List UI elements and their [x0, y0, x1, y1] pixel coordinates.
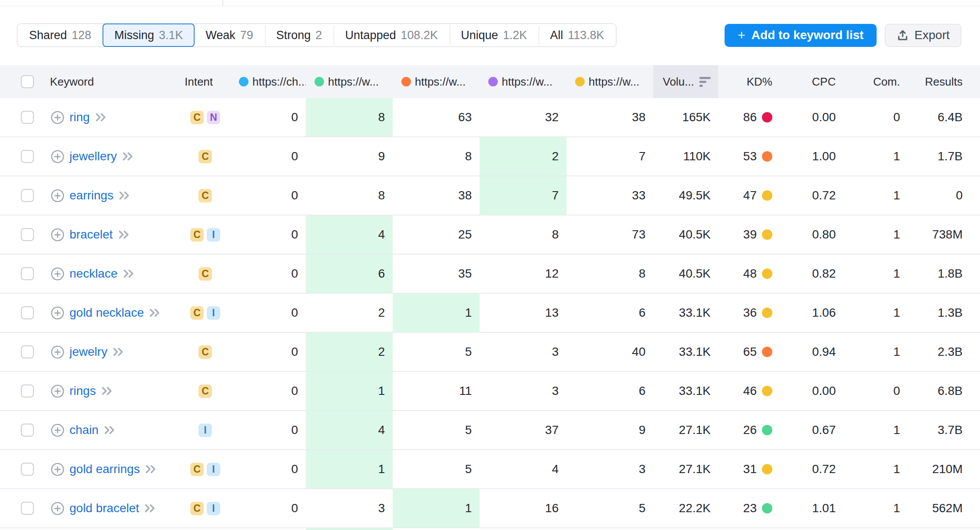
add-keyword-icon[interactable]	[51, 150, 64, 163]
intent-badge-c: C	[199, 189, 212, 202]
row-checkbox[interactable]	[21, 267, 34, 280]
cpc-value: 1.00	[782, 149, 843, 163]
column-header-cpc[interactable]: CPC	[782, 75, 843, 89]
double-chevron-icon[interactable]	[145, 464, 157, 474]
competitor-positions-5: 3	[566, 450, 653, 488]
add-keyword-icon[interactable]	[51, 345, 64, 359]
add-keyword-icon[interactable]	[51, 267, 64, 281]
keyword-link[interactable]: earrings	[70, 189, 113, 202]
select-all-checkbox[interactable]	[21, 75, 34, 88]
add-to-keyword-list-button[interactable]: + Add to keyword list	[725, 24, 877, 47]
tab-all[interactable]: All113.8K	[539, 24, 616, 46]
partial-cell	[0, 528, 43, 530]
row-checkbox-cell	[0, 345, 43, 358]
column-header-com[interactable]: Com.	[843, 75, 904, 89]
keyword-link[interactable]: bracelet	[70, 228, 113, 242]
row-checkbox[interactable]	[21, 424, 34, 437]
double-chevron-icon[interactable]	[122, 152, 134, 161]
column-header-kd[interactable]: KD%	[718, 75, 782, 89]
keyword-link[interactable]: gold earrings	[70, 462, 140, 476]
column-header-results[interactable]: Results	[904, 75, 980, 89]
volume-header-label: Volu...	[663, 75, 694, 89]
double-chevron-icon[interactable]	[123, 269, 135, 278]
column-header-competitor-1[interactable]: https://ch...	[230, 75, 306, 89]
add-keyword-icon[interactable]	[51, 502, 64, 515]
kd-difficulty-dot	[762, 268, 772, 279]
keyword-link[interactable]: jewelry	[70, 345, 107, 359]
add-keyword-icon[interactable]	[51, 306, 64, 320]
intent-cell: CI	[180, 228, 230, 242]
kd-difficulty-dot	[762, 308, 772, 318]
com-value: 1	[843, 345, 904, 359]
tab-missing[interactable]: Missing3.1K	[103, 23, 195, 47]
keyword-link[interactable]: rings	[70, 384, 96, 398]
row-checkbox[interactable]	[21, 502, 34, 515]
competitor-positions-2: 4	[306, 411, 393, 449]
com-value: 1	[843, 267, 904, 281]
add-keyword-icon[interactable]	[51, 384, 64, 398]
tab-untapped[interactable]: Untapped108.2K	[334, 24, 450, 46]
double-chevron-icon[interactable]	[113, 347, 124, 357]
keyword-cell: jewellery	[43, 149, 180, 163]
keyword-link[interactable]: ring	[70, 110, 90, 124]
kd-value: 53	[743, 149, 757, 163]
tab-strong[interactable]: Strong2	[265, 24, 334, 46]
column-header-competitor-4[interactable]: https://w...	[480, 75, 566, 89]
volume-value: 40.5K	[653, 267, 718, 281]
row-checkbox[interactable]	[21, 150, 34, 163]
top-divider	[0, 6, 980, 6]
tab-weak[interactable]: Weak79	[194, 24, 265, 46]
kd-value: 39	[743, 228, 757, 242]
competitor-positions-4: 16	[480, 489, 566, 527]
intent-badge-c: C	[199, 384, 212, 398]
results-value: 1.7B	[904, 149, 980, 163]
kd-difficulty-dot	[762, 347, 772, 357]
keyword-link[interactable]: gold bracelet	[70, 501, 139, 515]
kd-value: 65	[743, 345, 757, 359]
com-value: 1	[843, 228, 904, 242]
row-checkbox-cell	[0, 111, 43, 124]
competitor-color-dot	[488, 77, 498, 86]
volume-value: 33.1K	[653, 306, 718, 320]
double-chevron-icon[interactable]	[149, 308, 161, 318]
add-keyword-icon[interactable]	[51, 463, 64, 476]
row-checkbox[interactable]	[21, 111, 34, 124]
keyword-link[interactable]: necklace	[70, 267, 118, 281]
double-chevron-icon[interactable]	[95, 113, 107, 122]
row-checkbox[interactable]	[21, 189, 34, 202]
double-chevron-icon[interactable]	[144, 504, 156, 513]
column-header-competitor-2[interactable]: https://w...	[306, 75, 393, 89]
competitor-positions-3: 1	[393, 489, 480, 527]
double-chevron-icon[interactable]	[119, 191, 130, 200]
keyword-cell: gold earrings	[43, 462, 180, 476]
tab-label: Weak	[205, 29, 235, 42]
kd-cell: 46	[718, 384, 782, 398]
add-keyword-icon[interactable]	[51, 424, 64, 437]
add-keyword-icon[interactable]	[51, 111, 64, 124]
add-keyword-icon[interactable]	[51, 228, 64, 242]
competitor-positions-5: 9	[566, 411, 653, 449]
tab-unique[interactable]: Unique1.2K	[450, 24, 539, 46]
double-chevron-icon[interactable]	[118, 230, 130, 239]
export-button[interactable]: Export	[885, 24, 961, 47]
row-checkbox[interactable]	[21, 345, 34, 358]
tab-shared[interactable]: Shared128	[17, 24, 103, 46]
toolbar: Shared128Missing3.1KWeak79Strong2Untappe…	[0, 23, 980, 47]
competitor-url-label: https://w...	[328, 75, 379, 89]
keyword-link[interactable]: jewellery	[70, 149, 117, 163]
column-header-competitor-5[interactable]: https://w...	[566, 75, 653, 89]
column-header-volume[interactable]: Volu...	[653, 65, 718, 98]
competitor-positions-4: 3	[480, 372, 566, 410]
keyword-link[interactable]: chain	[70, 423, 99, 437]
row-checkbox[interactable]	[21, 228, 34, 241]
column-header-competitor-3[interactable]: https://w...	[393, 75, 480, 89]
keyword-link[interactable]: gold necklace	[70, 306, 144, 320]
kd-value: 26	[743, 423, 757, 437]
row-checkbox[interactable]	[21, 306, 34, 319]
double-chevron-icon[interactable]	[104, 425, 116, 435]
double-chevron-icon[interactable]	[101, 386, 113, 396]
competitor-positions-1: 0	[230, 294, 306, 332]
row-checkbox[interactable]	[21, 463, 34, 476]
row-checkbox[interactable]	[21, 384, 34, 398]
add-keyword-icon[interactable]	[51, 189, 64, 202]
